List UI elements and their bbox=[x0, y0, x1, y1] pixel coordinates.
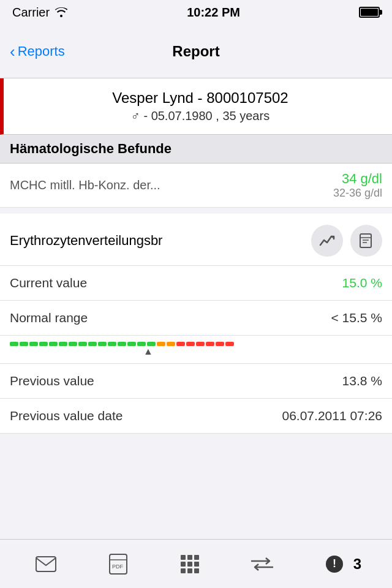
patient-age: 35 years bbox=[222, 109, 270, 123]
normal-range-value: < 15.5 % bbox=[331, 311, 382, 325]
mchc-values: 34 g/dl 32-36 g/dl bbox=[333, 171, 382, 200]
previous-value: 13.8 % bbox=[342, 374, 382, 388]
pdf-button[interactable]: PDF bbox=[103, 549, 134, 579]
dash-o1 bbox=[157, 342, 165, 346]
dash-g14 bbox=[137, 342, 146, 346]
pdf-icon: PDF bbox=[109, 554, 127, 575]
chart-button[interactable] bbox=[311, 225, 343, 257]
alert-button[interactable]: ! bbox=[319, 549, 350, 579]
dash-g9 bbox=[88, 342, 97, 346]
svg-rect-11 bbox=[181, 562, 186, 567]
alert-count: 3 bbox=[353, 556, 361, 573]
patient-dob: 05.07.1980 bbox=[151, 109, 213, 123]
grid-icon bbox=[180, 554, 200, 574]
dash-r4 bbox=[206, 342, 214, 346]
dash-g1 bbox=[10, 342, 18, 346]
dash-g7 bbox=[69, 342, 77, 346]
mail-icon bbox=[36, 556, 56, 572]
previous-date-value: 06.07.2011 07:26 bbox=[282, 409, 383, 423]
patient-gender: ♂ bbox=[131, 109, 140, 123]
dash-g12 bbox=[118, 342, 126, 346]
svg-rect-14 bbox=[181, 568, 186, 573]
svg-rect-13 bbox=[194, 562, 199, 567]
dash-r1 bbox=[176, 342, 185, 346]
previous-value-row: Previous value 13.8 % bbox=[0, 364, 392, 399]
dash-g4 bbox=[39, 342, 48, 346]
svg-rect-4 bbox=[36, 557, 56, 571]
current-value-row: Current value 15.0 % bbox=[0, 266, 392, 301]
mail-button[interactable] bbox=[31, 549, 61, 579]
nav-bar: ‹ Reports Report bbox=[0, 24, 392, 78]
svg-rect-10 bbox=[194, 555, 199, 560]
previous-value-label: Previous value bbox=[10, 374, 94, 388]
patient-separator: - bbox=[143, 109, 151, 123]
section-title: Hämatologische Befunde bbox=[10, 141, 382, 157]
current-value: 15.0 % bbox=[342, 276, 382, 290]
dash-g13 bbox=[127, 342, 136, 346]
dash-r2 bbox=[186, 342, 195, 346]
status-time: 10:22 PM bbox=[187, 6, 240, 20]
book-button[interactable] bbox=[350, 225, 382, 257]
book-icon bbox=[358, 233, 374, 249]
nav-title: Report bbox=[172, 43, 219, 60]
patient-comma: , bbox=[216, 109, 222, 123]
trend-icon bbox=[319, 234, 335, 247]
svg-rect-15 bbox=[187, 568, 192, 573]
range-indicator-icon: ▲ bbox=[143, 346, 153, 357]
svg-text:!: ! bbox=[333, 557, 336, 570]
transfer-icon bbox=[251, 557, 273, 571]
separator bbox=[0, 208, 392, 214]
patient-header: Vesper Lynd - 8000107502 ♂ - 05.07.1980 … bbox=[0, 78, 392, 135]
transfer-button[interactable] bbox=[247, 549, 277, 579]
alert-icon: ! bbox=[325, 554, 344, 574]
svg-rect-9 bbox=[187, 555, 192, 560]
detail-icons bbox=[311, 225, 382, 257]
svg-rect-16 bbox=[194, 568, 199, 573]
back-chevron-icon: ‹ bbox=[10, 43, 15, 59]
carrier-label: Carrier bbox=[12, 6, 50, 20]
carrier-text: Carrier bbox=[12, 6, 68, 20]
back-label: Reports bbox=[18, 43, 65, 59]
dash-r6 bbox=[225, 342, 234, 346]
bottom-toolbar: PDF ! 3 bbox=[0, 539, 392, 588]
section-header: Hämatologische Befunde bbox=[0, 135, 392, 164]
dash-g10 bbox=[98, 342, 107, 346]
dash-g11 bbox=[108, 342, 116, 346]
patient-info: ♂ - 05.07.1980 , 35 years bbox=[21, 109, 380, 123]
dash-g6 bbox=[59, 342, 67, 346]
dash-g3 bbox=[29, 342, 38, 346]
dash-r3 bbox=[196, 342, 205, 346]
detail-card: Erythrozytenverteilungsbr Cu bbox=[0, 214, 392, 434]
dash-g8 bbox=[78, 342, 87, 346]
range-bar-section: ▲ bbox=[0, 336, 392, 364]
wifi-icon bbox=[55, 7, 68, 17]
range-bar bbox=[10, 342, 382, 346]
dash-g2 bbox=[20, 342, 28, 346]
dash-g5 bbox=[49, 342, 58, 346]
current-value-label: Current value bbox=[10, 276, 87, 290]
svg-rect-12 bbox=[187, 562, 192, 567]
status-bar: Carrier 10:22 PM bbox=[0, 0, 392, 24]
dash-r5 bbox=[216, 342, 224, 346]
dash-g15 bbox=[147, 342, 156, 346]
svg-text:PDF: PDF bbox=[112, 564, 124, 570]
normal-range-row: Normal range < 15.5 % bbox=[0, 301, 392, 336]
dash-o2 bbox=[167, 342, 175, 346]
back-button[interactable]: ‹ Reports bbox=[10, 43, 65, 59]
battery-icon bbox=[359, 7, 380, 18]
battery-fill bbox=[361, 9, 378, 16]
mchc-current-value: 34 g/dl bbox=[333, 171, 382, 187]
normal-range-label: Normal range bbox=[10, 311, 88, 325]
detail-title: Erythrozytenverteilungsbr bbox=[10, 233, 311, 249]
grid-button[interactable] bbox=[175, 549, 205, 579]
indicator-row: ▲ bbox=[10, 346, 382, 358]
alert-group[interactable]: ! 3 bbox=[319, 549, 361, 579]
previous-date-row: Previous value date 06.07.2011 07:26 bbox=[0, 399, 392, 434]
svg-rect-0 bbox=[360, 234, 371, 247]
mchc-range: 32-36 g/dl bbox=[333, 187, 382, 200]
detail-header: Erythrozytenverteilungsbr bbox=[0, 214, 392, 266]
patient-name: Vesper Lynd - 8000107502 bbox=[21, 89, 380, 107]
previous-date-label: Previous value date bbox=[10, 409, 123, 423]
mchc-row[interactable]: MCHC mitll. Hb-Konz. der... 34 g/dl 32-3… bbox=[0, 164, 392, 208]
svg-rect-8 bbox=[181, 555, 186, 560]
